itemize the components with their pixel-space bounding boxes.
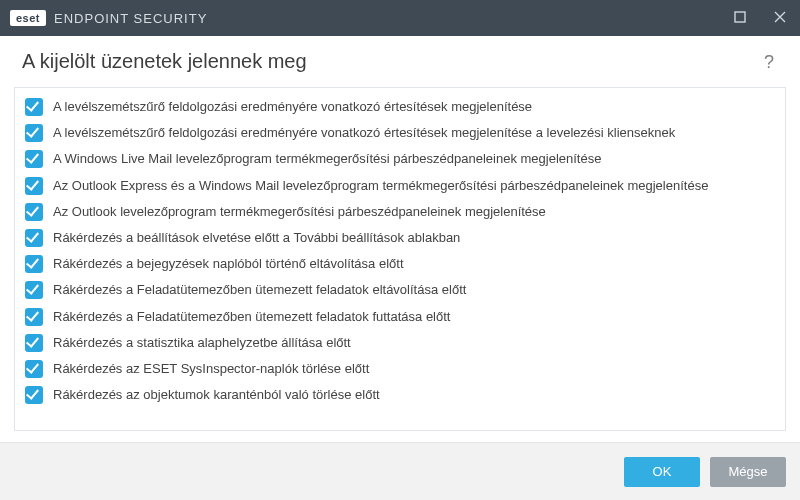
list-item: Rákérdezés a Feladatütemezőben ütemezett…	[21, 304, 779, 330]
close-icon	[774, 9, 786, 27]
list-item: Rákérdezés a bejegyzések naplóból történ…	[21, 251, 779, 277]
list-item: A Windows Live Mail levelezőprogram term…	[21, 146, 779, 172]
list-item: Az Outlook Express és a Windows Mail lev…	[21, 173, 779, 199]
maximize-icon	[734, 9, 746, 27]
checkbox[interactable]	[25, 98, 43, 116]
dialog-footer: OK Mégse	[0, 442, 800, 500]
checkbox[interactable]	[25, 177, 43, 195]
checkbox[interactable]	[25, 229, 43, 247]
cancel-button[interactable]: Mégse	[710, 457, 786, 487]
titlebar: eset ENDPOINT SECURITY	[0, 0, 800, 36]
list-item-label: A levélszemétszűrő feldolgozási eredmény…	[53, 98, 532, 116]
checkbox[interactable]	[25, 150, 43, 168]
list-item-label: Rákérdezés a Feladatütemezőben ütemezett…	[53, 308, 450, 326]
list-item-label: A levélszemétszűrő feldolgozási eredmény…	[53, 124, 675, 142]
list-item-label: Rákérdezés az ESET SysInspector-naplók t…	[53, 360, 369, 378]
list-item: A levélszemétszűrő feldolgozási eredmény…	[21, 94, 779, 120]
help-button[interactable]: ?	[760, 51, 778, 73]
list-item: A levélszemétszűrő feldolgozási eredmény…	[21, 120, 779, 146]
window-maximize-button[interactable]	[720, 0, 760, 36]
messages-list[interactable]: A levélszemétszűrő feldolgozási eredmény…	[14, 87, 786, 431]
list-item: Rákérdezés az objektumok karanténból val…	[21, 382, 779, 408]
list-item-label: Rákérdezés a beállítások elvetése előtt …	[53, 229, 460, 247]
checkbox[interactable]	[25, 203, 43, 221]
dialog-header: A kijelölt üzenetek jelennek meg ?	[0, 36, 800, 83]
ok-button[interactable]: OK	[624, 457, 700, 487]
window-close-button[interactable]	[760, 0, 800, 36]
checkbox[interactable]	[25, 124, 43, 142]
list-item: Rákérdezés a statisztika alaphelyzetbe á…	[21, 330, 779, 356]
checkbox[interactable]	[25, 386, 43, 404]
product-name: ENDPOINT SECURITY	[54, 11, 207, 26]
brand-badge: eset	[10, 10, 46, 26]
list-item-label: Rákérdezés az objektumok karanténból val…	[53, 386, 380, 404]
checkbox[interactable]	[25, 281, 43, 299]
checkbox[interactable]	[25, 255, 43, 273]
list-item-label: Rákérdezés a Feladatütemezőben ütemezett…	[53, 281, 466, 299]
list-item-label: Rákérdezés a statisztika alaphelyzetbe á…	[53, 334, 351, 352]
list-item-label: Rákérdezés a bejegyzések naplóból történ…	[53, 255, 404, 273]
list-item-label: Az Outlook levelezőprogram termékmegerős…	[53, 203, 546, 221]
checkbox[interactable]	[25, 360, 43, 378]
list-item-label: Az Outlook Express és a Windows Mail lev…	[53, 177, 708, 195]
list-item: Rákérdezés az ESET SysInspector-naplók t…	[21, 356, 779, 382]
list-item: Rákérdezés a beállítások elvetése előtt …	[21, 225, 779, 251]
svg-rect-0	[735, 12, 745, 22]
checkbox[interactable]	[25, 308, 43, 326]
list-item: Rákérdezés a Feladatütemezőben ütemezett…	[21, 277, 779, 303]
list-item-label: A Windows Live Mail levelezőprogram term…	[53, 150, 601, 168]
page-title: A kijelölt üzenetek jelennek meg	[22, 50, 760, 73]
list-item: Az Outlook levelezőprogram termékmegerős…	[21, 199, 779, 225]
checkbox[interactable]	[25, 334, 43, 352]
